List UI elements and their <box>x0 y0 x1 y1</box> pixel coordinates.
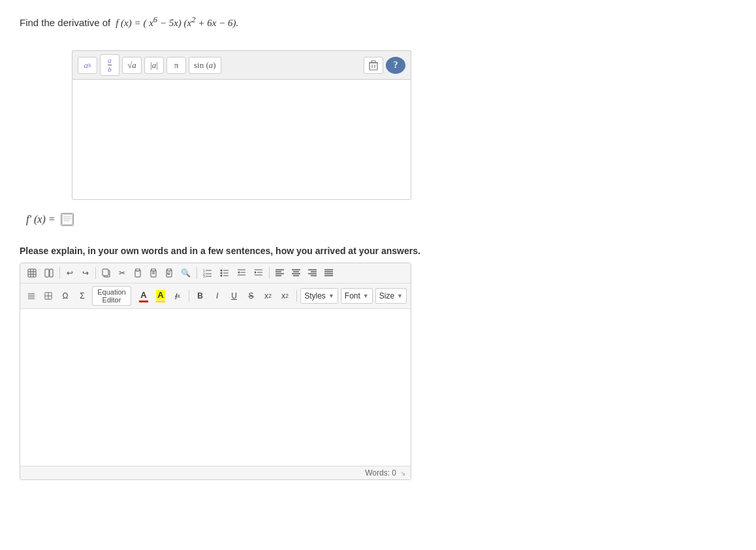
explanation-label: Please explain, in your own words and in… <box>20 246 736 256</box>
omega-button[interactable]: Ω <box>58 289 72 303</box>
question-text: Find the derivative of f (x) = ( x6 − 5x… <box>20 13 736 31</box>
help-button[interactable]: ? <box>386 57 405 74</box>
subscript-button[interactable]: x2 <box>261 289 276 303</box>
styles-label: Styles <box>304 291 326 300</box>
derivative-result: f′ (x) = <box>26 213 736 226</box>
highlight-color-bar <box>156 300 165 302</box>
svg-text:W: W <box>167 272 170 276</box>
resize-handle-icon[interactable]: ↘ <box>399 470 405 476</box>
svg-point-37 <box>221 275 223 277</box>
math-toolbar: ab a b √a |a| π sin (a) <box>72 50 411 79</box>
sigma-button[interactable]: Σ <box>75 289 89 303</box>
rte-status-bar: Words: 0 ↘ <box>20 466 411 479</box>
redo-button[interactable]: ↪ <box>78 266 93 280</box>
pi-button[interactable]: π <box>166 57 186 74</box>
equation-editor-button[interactable]: Equation Editor <box>92 286 131 306</box>
svg-rect-9 <box>28 269 36 277</box>
italic-button[interactable]: I <box>210 289 225 303</box>
svg-point-33 <box>221 270 223 272</box>
paste-button[interactable] <box>131 266 145 280</box>
styles-dropdown[interactable]: Styles ▼ <box>300 288 338 304</box>
svg-rect-21 <box>151 268 155 271</box>
paste-text-button[interactable] <box>146 266 161 280</box>
function-notation: f (x) = ( x6 − 5x) (x2 + 6x − 6). <box>113 18 238 28</box>
svg-rect-19 <box>136 268 140 271</box>
word-count: Words: 0 <box>365 468 396 477</box>
indent-increase-button[interactable] <box>251 266 266 280</box>
paste-word-button[interactable]: W <box>162 266 176 280</box>
insert-table-button[interactable] <box>41 289 55 303</box>
remove-format-button[interactable]: Ix <box>170 289 185 303</box>
svg-text:3.: 3. <box>203 274 206 278</box>
derivative-icon <box>61 213 74 226</box>
font-label: Font <box>345 291 360 300</box>
math-editor-container: ab a b √a |a| π sin (a) <box>72 50 411 200</box>
align-left-button[interactable] <box>272 266 287 280</box>
svg-marker-42 <box>238 271 240 274</box>
resize-button[interactable] <box>41 266 57 280</box>
list-unordered-button[interactable] <box>217 266 232 280</box>
superscript-rte-button[interactable]: x2 <box>278 289 292 303</box>
rich-text-editor: ↩ ↪ ✂ <box>20 263 411 480</box>
toolbar-separator-1 <box>59 267 60 279</box>
svg-rect-5 <box>62 214 72 225</box>
undo-button[interactable]: ↩ <box>63 266 77 280</box>
align-right-button[interactable] <box>305 266 320 280</box>
superscript-button[interactable]: ab <box>78 57 97 74</box>
rte-content-area[interactable] <box>20 309 411 466</box>
math-input-area[interactable] <box>72 79 411 200</box>
svg-point-35 <box>221 272 223 274</box>
derivative-label: f′ (x) = <box>26 214 55 225</box>
toolbar-separator-4 <box>269 267 270 279</box>
rte-toolbar-row1: ↩ ↪ ✂ <box>20 263 411 283</box>
copy-button[interactable] <box>99 266 114 280</box>
indent-decrease-button[interactable] <box>234 266 249 280</box>
font-color-button[interactable]: A <box>136 288 151 304</box>
toolbar-separator-3 <box>197 267 197 279</box>
toolbar-separator-5 <box>189 290 189 302</box>
svg-marker-46 <box>255 271 257 274</box>
toolbar-separator-6 <box>296 290 297 302</box>
font-dropdown[interactable]: Font ▼ <box>341 288 373 304</box>
lines-button[interactable] <box>24 289 39 303</box>
underline-button[interactable]: U <box>227 289 242 303</box>
table-button[interactable] <box>24 266 40 280</box>
svg-rect-17 <box>102 269 108 276</box>
svg-rect-25 <box>167 268 171 271</box>
toolbar-separator-2 <box>95 267 96 279</box>
font-color-a-label: A <box>140 290 146 300</box>
trash-button[interactable] <box>364 57 383 74</box>
question-intro: Find the derivative of <box>20 17 110 28</box>
bold-button[interactable]: B <box>193 289 208 303</box>
fraction-button[interactable]: a b <box>100 54 119 76</box>
highlight-a-label: A <box>156 290 165 300</box>
size-dropdown[interactable]: Size ▼ <box>375 288 407 304</box>
cut-button[interactable]: ✂ <box>115 266 129 280</box>
size-label: Size <box>379 291 394 300</box>
strikethrough-button[interactable]: S <box>244 289 259 303</box>
equation-editor-label: Equation Editor <box>97 288 127 304</box>
sin-button[interactable]: sin (a) <box>189 57 221 74</box>
svg-rect-14 <box>45 269 49 277</box>
sqrt-button[interactable]: √a <box>122 57 142 74</box>
abs-button[interactable]: |a| <box>144 57 164 74</box>
highlight-color-button[interactable]: A <box>153 288 168 304</box>
font-color-bar <box>139 300 148 302</box>
align-center-button[interactable] <box>289 266 304 280</box>
svg-rect-15 <box>50 269 53 277</box>
search-button[interactable]: 🔍 <box>178 266 194 280</box>
list-ordered-button[interactable]: 1. 2. 3. <box>200 266 215 280</box>
justify-button[interactable] <box>321 266 336 280</box>
svg-rect-0 <box>370 63 377 70</box>
styles-arrow-icon: ▼ <box>328 293 334 299</box>
rte-toolbar-row2: Ω Σ Equation Editor A A Ix B <box>20 283 411 309</box>
font-arrow-icon: ▼ <box>363 293 369 299</box>
size-arrow-icon: ▼ <box>397 293 403 299</box>
